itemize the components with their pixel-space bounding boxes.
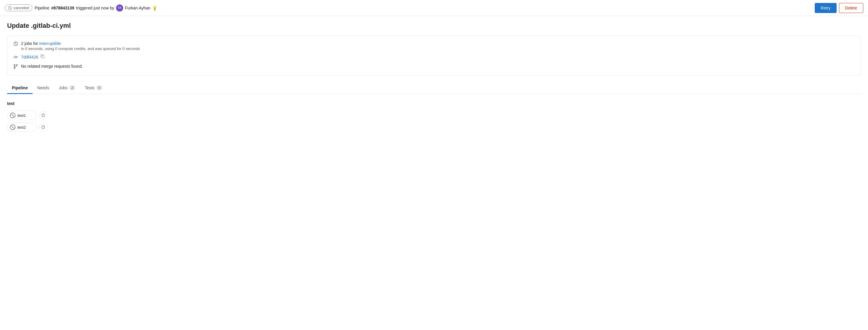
copy-icon[interactable] — [40, 55, 45, 60]
commit-row: 7ddf4426 — [13, 55, 855, 60]
svg-rect-8 — [42, 56, 44, 58]
delete-button[interactable]: Delete — [839, 3, 863, 13]
pipeline-content: test test1 — [7, 101, 861, 132]
main-content: Update .gitlab-ci.yml 2 jobs for interru… — [0, 16, 868, 138]
job-retry-button-test1[interactable] — [39, 111, 48, 120]
tab-pipeline-label: Pipeline — [12, 86, 28, 90]
lightbulb-icon: 💡 — [152, 6, 157, 10]
job-label-test2: test2 — [18, 125, 26, 130]
job-label-test1: test1 — [18, 113, 26, 118]
job-pill-test2[interactable]: test2 — [7, 123, 37, 132]
tab-jobs-label: Jobs — [59, 86, 67, 90]
jobs-count: 2 — [21, 41, 23, 46]
duration-line: in 0 seconds, using 0 compute credits, a… — [21, 46, 140, 51]
svg-point-5 — [15, 56, 17, 58]
tab-tests-badge: 0 — [96, 86, 102, 90]
merge-request-row: No related merge requests found. — [13, 64, 855, 70]
clock-icon — [13, 41, 18, 47]
job-item-test2: test2 — [7, 123, 861, 132]
commit-hash-container: 7ddf4426 — [21, 55, 45, 60]
tab-tests-label: Tests — [85, 86, 94, 90]
merge-request-text: No related merge requests found. — [21, 64, 83, 69]
merge-icon — [13, 64, 18, 70]
tab-needs-label: Needs — [37, 86, 49, 90]
triggered-text: triggered just now by — [76, 6, 114, 10]
retry-icon-test1 — [41, 113, 45, 118]
jobs-text-block: 2 jobs for interruptible in 0 seconds, u… — [21, 41, 140, 51]
svg-line-1 — [9, 7, 11, 8]
tabs: Pipeline Needs Jobs 2 Tests 0 — [7, 82, 861, 94]
info-card: 2 jobs for interruptible in 0 seconds, u… — [7, 35, 861, 75]
jobs-info-row: 2 jobs for interruptible in 0 seconds, u… — [13, 41, 855, 51]
job-pill-test1[interactable]: test1 — [7, 110, 37, 120]
jobs-list: test1 test2 — [7, 110, 861, 132]
pipeline-number: #878843139 — [51, 6, 74, 10]
commit-link[interactable]: 7ddf4426 — [21, 55, 38, 60]
stage-label: test — [7, 101, 861, 106]
pipeline-text: Pipeline — [35, 6, 50, 10]
top-actions: Retry Delete — [815, 3, 863, 13]
svg-line-4 — [16, 44, 17, 45]
status-badge: canceled — [5, 4, 32, 11]
job-canceled-icon-test2 — [10, 124, 16, 130]
top-bar: canceled Pipeline #878843139 triggered j… — [0, 0, 868, 16]
svg-point-9 — [14, 64, 15, 66]
job-item-test1: test1 — [7, 110, 861, 120]
tab-pipeline[interactable]: Pipeline — [7, 82, 33, 94]
tab-tests[interactable]: Tests 0 — [80, 82, 107, 94]
svg-point-11 — [14, 67, 15, 69]
branch-link[interactable]: interruptible — [39, 41, 61, 46]
retry-button[interactable]: Retry — [815, 3, 836, 13]
job-canceled-icon-test1 — [10, 112, 16, 118]
commit-icon — [13, 55, 18, 60]
svg-line-15 — [11, 126, 14, 129]
svg-line-13 — [11, 114, 14, 117]
tab-needs[interactable]: Needs — [33, 82, 54, 94]
svg-point-10 — [16, 64, 18, 66]
retry-icon-test2 — [41, 125, 45, 129]
page-title: Update .gitlab-ci.yml — [7, 22, 861, 30]
avatar: FA — [116, 4, 123, 11]
jobs-label: jobs for — [25, 41, 39, 46]
canceled-icon — [8, 6, 12, 10]
tab-jobs[interactable]: Jobs 2 — [54, 82, 80, 94]
user-name: Furkan Ayhan — [125, 6, 150, 10]
tab-jobs-badge: 2 — [69, 86, 75, 90]
job-retry-button-test2[interactable] — [39, 123, 48, 131]
pipeline-info: Pipeline #878843139 triggered just now b… — [35, 4, 812, 11]
status-label: canceled — [13, 6, 29, 10]
jobs-line: 2 jobs for interruptible — [21, 41, 140, 46]
